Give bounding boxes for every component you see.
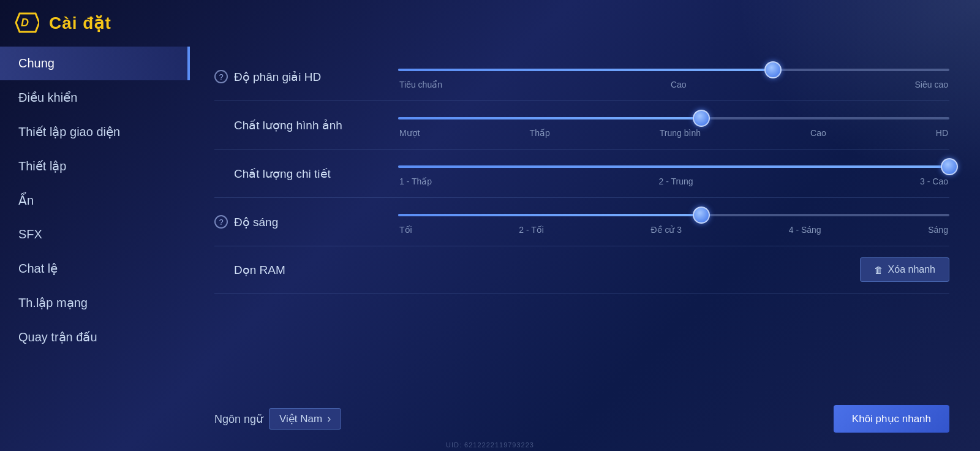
spacer: [214, 294, 949, 393]
slider-labels-2: Mượt Thấp Trung bình Cao HD: [398, 128, 949, 138]
restore-button[interactable]: Khôi phục nhanh: [834, 405, 949, 433]
main-layout: Chung Điều khiển Thiết lập giao diện Thi…: [0, 40, 980, 451]
help-icon-do-sang[interactable]: ?: [214, 215, 228, 229]
slider-chat-luong-hinh-anh: Mượt Thấp Trung bình Cao HD: [398, 112, 949, 138]
slider-thumb-3[interactable]: [941, 158, 958, 175]
slider-do-phan-giai: Tiêu chuẩn Cao Siêu cao: [398, 64, 949, 89]
header: D Cài đặt: [0, 0, 980, 40]
logo-icon: D: [12, 11, 39, 34]
trash-icon: 🗑: [874, 265, 883, 275]
setting-row-chat-luong-chi-tiet: Chất lượng chi tiết 1 - Thấp 2 - Trung: [214, 150, 949, 198]
help-icon-do-phan-giai[interactable]: ?: [214, 70, 228, 83]
slider-thumb-2[interactable]: [693, 110, 710, 127]
app-container: D Cài đặt Chung Điều khiển Thiết lập gia…: [0, 0, 980, 451]
slider-do-sang: Tối 2 - Tối Đề cử 3 4 - Sáng Sáng: [398, 209, 949, 235]
xoa-nhanh-button[interactable]: 🗑 Xóa nhanh: [860, 257, 949, 282]
content-area: ? Độ phân giải HD Tiêu chuẩn Cao: [190, 40, 980, 451]
sidebar: Chung Điều khiển Thiết lập giao diện Thi…: [0, 40, 190, 451]
logo-svg: D: [12, 11, 39, 34]
slider-labels-3: 1 - Thấp 2 - Trung 3 - Cao: [398, 176, 949, 186]
language-label: Ngôn ngữ: [214, 412, 263, 426]
sidebar-item-quay-tran-dau[interactable]: Quay trận đấu: [0, 320, 190, 354]
slider-thumb-1[interactable]: [764, 61, 782, 78]
footer-area: Ngôn ngữ Việt Nam › Khôi phục nhanh: [214, 393, 949, 439]
slider-fill-1: [398, 69, 773, 71]
slider-track-1: [398, 69, 949, 71]
sidebar-item-thiet-lap-giao-dien[interactable]: Thiết lập giao diện: [0, 115, 190, 149]
slider-track-3: [398, 165, 949, 168]
setting-label-do-phan-giai: ? Độ phân giải HD: [214, 70, 386, 84]
sidebar-item-dieu-khien[interactable]: Điều khiển: [0, 80, 190, 115]
sidebar-item-thlap-mang[interactable]: Th.lập mạng: [0, 286, 190, 320]
slider-track-container-3[interactable]: [398, 161, 949, 173]
ram-label: Dọn RAM: [234, 263, 285, 276]
slider-track-container-4[interactable]: [398, 209, 949, 221]
bottom-id: UID: 6212222119793223: [446, 441, 534, 449]
language-selector[interactable]: Việt Nam ›: [269, 408, 341, 430]
slider-labels-4: Tối 2 - Tối Đề cử 3 4 - Sáng Sáng: [398, 225, 949, 235]
ram-row: Dọn RAM 🗑 Xóa nhanh: [214, 246, 949, 294]
slider-track-container-2[interactable]: [398, 112, 949, 124]
setting-row-chat-luong-hinh-anh: Chất lượng hình ảnh Mượt Thấp Tru: [214, 101, 949, 150]
sidebar-item-chung[interactable]: Chung: [0, 47, 190, 80]
slider-thumb-4[interactable]: [693, 207, 710, 224]
setting-label-chat-luong-chi-tiet: Chất lượng chi tiết: [214, 167, 386, 181]
sidebar-item-sfx[interactable]: SFX: [0, 218, 190, 251]
svg-text:D: D: [21, 17, 29, 29]
setting-name-chat-luong-hinh-anh: Chất lượng hình ảnh: [234, 118, 342, 132]
setting-name-chat-luong-chi-tiet: Chất lượng chi tiết: [234, 167, 331, 181]
slider-fill-4: [398, 214, 701, 216]
ram-label-area: Dọn RAM: [214, 263, 386, 277]
setting-label-do-sang: ? Độ sáng: [214, 215, 386, 229]
language-area: Ngôn ngữ Việt Nam ›: [214, 408, 341, 430]
slider-labels-1: Tiêu chuẩn Cao Siêu cao: [398, 80, 949, 89]
setting-name-do-phan-giai: Độ phân giải HD: [234, 70, 321, 84]
sidebar-item-an[interactable]: Ẩn: [0, 183, 190, 218]
setting-row-do-sang: ? Độ sáng Tối 2 - Tối: [214, 198, 949, 246]
settings-section: ? Độ phân giải HD Tiêu chuẩn Cao: [214, 53, 949, 439]
sidebar-item-thiet-lap[interactable]: Thiết lập: [0, 149, 190, 183]
slider-chat-luong-chi-tiet: 1 - Thấp 2 - Trung 3 - Cao: [398, 161, 949, 186]
header-title: Cài đặt: [49, 13, 111, 33]
slider-track-4: [398, 214, 949, 216]
slider-fill-3: [398, 165, 949, 168]
setting-row-do-phan-giai: ? Độ phân giải HD Tiêu chuẩn Cao: [214, 53, 949, 101]
sidebar-item-chat-le[interactable]: Chat lệ: [0, 251, 190, 286]
slider-track-container-1[interactable]: [398, 64, 949, 76]
slider-fill-2: [398, 117, 701, 119]
setting-name-do-sang: Độ sáng: [234, 215, 278, 229]
slider-track-2: [398, 117, 949, 119]
setting-label-chat-luong-hinh-anh: Chất lượng hình ảnh: [214, 118, 386, 132]
